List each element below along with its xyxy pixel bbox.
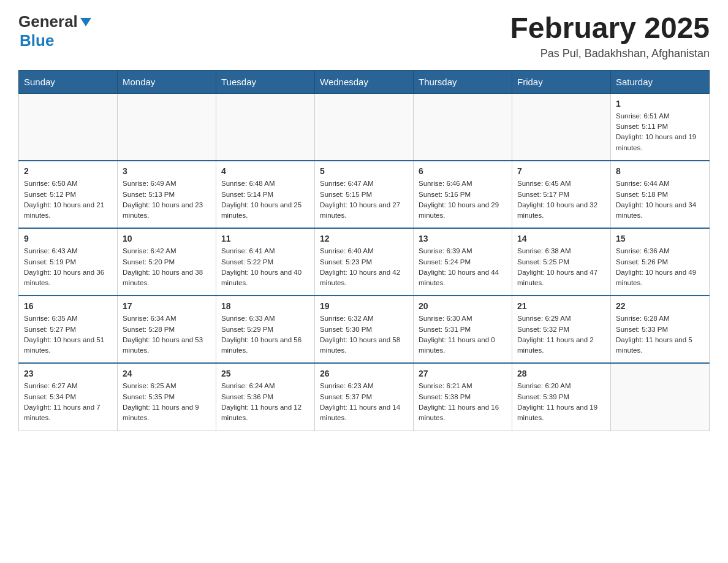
day-number: 27 [419,369,507,378]
day-number: 20 [419,301,507,311]
weekday-header-friday: Friday [512,70,611,93]
day-cell: 6Sunrise: 6:46 AM Sunset: 5:16 PM Daylig… [414,161,512,228]
day-number: 8 [616,166,704,176]
day-info: Sunrise: 6:44 AM Sunset: 5:18 PM Dayligh… [616,178,704,221]
calendar-table: SundayMondayTuesdayWednesdayThursdayFrid… [18,70,710,431]
day-number: 6 [419,166,507,176]
week-row-5: 23Sunrise: 6:27 AM Sunset: 5:34 PM Dayli… [19,363,710,431]
day-cell [118,93,216,161]
day-number: 14 [517,234,605,243]
day-cell [216,93,315,161]
week-row-3: 9Sunrise: 6:43 AM Sunset: 5:19 PM Daylig… [19,228,710,296]
day-cell: 1Sunrise: 6:51 AM Sunset: 5:11 PM Daylig… [611,93,710,161]
day-info: Sunrise: 6:46 AM Sunset: 5:16 PM Dayligh… [419,178,507,221]
day-info: Sunrise: 6:48 AM Sunset: 5:14 PM Dayligh… [221,178,309,221]
day-info: Sunrise: 6:41 AM Sunset: 5:22 PM Dayligh… [221,246,309,288]
week-row-4: 16Sunrise: 6:35 AM Sunset: 5:27 PM Dayli… [19,296,710,363]
day-info: Sunrise: 6:24 AM Sunset: 5:36 PM Dayligh… [221,381,309,423]
day-number: 7 [517,166,605,176]
day-number: 5 [320,166,408,176]
day-number: 18 [221,301,309,311]
day-number: 28 [517,369,605,378]
day-cell: 27Sunrise: 6:21 AM Sunset: 5:38 PM Dayli… [414,363,512,431]
day-info: Sunrise: 6:45 AM Sunset: 5:17 PM Dayligh… [517,178,605,221]
day-number: 12 [320,234,408,243]
weekday-header-tuesday: Tuesday [216,70,315,93]
day-cell: 5Sunrise: 6:47 AM Sunset: 5:15 PM Daylig… [315,161,414,228]
day-number: 25 [221,369,309,378]
day-info: Sunrise: 6:40 AM Sunset: 5:23 PM Dayligh… [320,246,408,288]
page-header: General Blue February 2025 Pas Pul, Bada… [18,12,710,60]
day-info: Sunrise: 6:23 AM Sunset: 5:37 PM Dayligh… [320,381,408,423]
day-number: 26 [320,369,408,378]
day-cell [19,93,118,161]
logo-triangle-icon [80,18,91,26]
day-info: Sunrise: 6:38 AM Sunset: 5:25 PM Dayligh… [517,246,605,288]
day-cell: 21Sunrise: 6:29 AM Sunset: 5:32 PM Dayli… [512,296,611,363]
day-info: Sunrise: 6:35 AM Sunset: 5:27 PM Dayligh… [24,313,112,356]
day-cell: 4Sunrise: 6:48 AM Sunset: 5:14 PM Daylig… [216,161,315,228]
day-cell [414,93,512,161]
day-cell: 28Sunrise: 6:20 AM Sunset: 5:39 PM Dayli… [512,363,611,431]
day-info: Sunrise: 6:29 AM Sunset: 5:32 PM Dayligh… [517,313,605,356]
day-cell: 17Sunrise: 6:34 AM Sunset: 5:28 PM Dayli… [118,296,216,363]
day-info: Sunrise: 6:25 AM Sunset: 5:35 PM Dayligh… [123,381,211,423]
day-cell: 14Sunrise: 6:38 AM Sunset: 5:25 PM Dayli… [512,228,611,296]
day-number: 19 [320,301,408,311]
day-cell: 19Sunrise: 6:32 AM Sunset: 5:30 PM Dayli… [315,296,414,363]
day-cell: 9Sunrise: 6:43 AM Sunset: 5:19 PM Daylig… [19,228,118,296]
day-number: 4 [221,166,309,176]
day-cell: 13Sunrise: 6:39 AM Sunset: 5:24 PM Dayli… [414,228,512,296]
day-cell: 2Sunrise: 6:50 AM Sunset: 5:12 PM Daylig… [19,161,118,228]
day-cell: 3Sunrise: 6:49 AM Sunset: 5:13 PM Daylig… [118,161,216,228]
day-info: Sunrise: 6:27 AM Sunset: 5:34 PM Dayligh… [24,381,112,423]
day-number: 17 [123,301,211,311]
month-title: February 2025 [510,12,710,45]
day-info: Sunrise: 6:39 AM Sunset: 5:24 PM Dayligh… [419,246,507,288]
weekday-header-sunday: Sunday [19,70,118,93]
day-cell: 15Sunrise: 6:36 AM Sunset: 5:26 PM Dayli… [611,228,710,296]
day-info: Sunrise: 6:36 AM Sunset: 5:26 PM Dayligh… [616,246,704,288]
day-cell: 18Sunrise: 6:33 AM Sunset: 5:29 PM Dayli… [216,296,315,363]
day-cell [512,93,611,161]
weekday-header-thursday: Thursday [414,70,512,93]
day-cell: 8Sunrise: 6:44 AM Sunset: 5:18 PM Daylig… [611,161,710,228]
day-info: Sunrise: 6:34 AM Sunset: 5:28 PM Dayligh… [123,313,211,356]
weekday-header-row: SundayMondayTuesdayWednesdayThursdayFrid… [19,70,710,93]
day-cell [315,93,414,161]
day-info: Sunrise: 6:42 AM Sunset: 5:20 PM Dayligh… [123,246,211,288]
title-section: February 2025 Pas Pul, Badakhshan, Afgha… [510,12,710,60]
day-cell: 10Sunrise: 6:42 AM Sunset: 5:20 PM Dayli… [118,228,216,296]
day-info: Sunrise: 6:21 AM Sunset: 5:38 PM Dayligh… [419,381,507,423]
day-cell: 12Sunrise: 6:40 AM Sunset: 5:23 PM Dayli… [315,228,414,296]
day-info: Sunrise: 6:30 AM Sunset: 5:31 PM Dayligh… [419,313,507,356]
day-number: 24 [123,369,211,378]
day-cell: 22Sunrise: 6:28 AM Sunset: 5:33 PM Dayli… [611,296,710,363]
day-number: 21 [517,301,605,311]
day-cell [611,363,710,431]
day-number: 13 [419,234,507,243]
weekday-header-wednesday: Wednesday [315,70,414,93]
logo: General Blue [18,12,91,50]
day-cell: 11Sunrise: 6:41 AM Sunset: 5:22 PM Dayli… [216,228,315,296]
day-cell: 25Sunrise: 6:24 AM Sunset: 5:36 PM Dayli… [216,363,315,431]
day-number: 9 [24,234,112,243]
day-info: Sunrise: 6:49 AM Sunset: 5:13 PM Dayligh… [123,178,211,221]
logo-blue: Blue [20,31,54,50]
day-cell: 23Sunrise: 6:27 AM Sunset: 5:34 PM Dayli… [19,363,118,431]
day-info: Sunrise: 6:43 AM Sunset: 5:19 PM Dayligh… [24,246,112,288]
day-number: 10 [123,234,211,243]
day-number: 3 [123,166,211,176]
day-cell: 16Sunrise: 6:35 AM Sunset: 5:27 PM Dayli… [19,296,118,363]
day-number: 23 [24,369,112,378]
day-number: 2 [24,166,112,176]
day-number: 16 [24,301,112,311]
day-number: 1 [616,99,704,109]
day-info: Sunrise: 6:50 AM Sunset: 5:12 PM Dayligh… [24,178,112,221]
day-info: Sunrise: 6:28 AM Sunset: 5:33 PM Dayligh… [616,313,704,356]
weekday-header-saturday: Saturday [611,70,710,93]
day-info: Sunrise: 6:20 AM Sunset: 5:39 PM Dayligh… [517,381,605,423]
logo-general: General [18,12,78,31]
day-info: Sunrise: 6:47 AM Sunset: 5:15 PM Dayligh… [320,178,408,221]
weekday-header-monday: Monday [118,70,216,93]
